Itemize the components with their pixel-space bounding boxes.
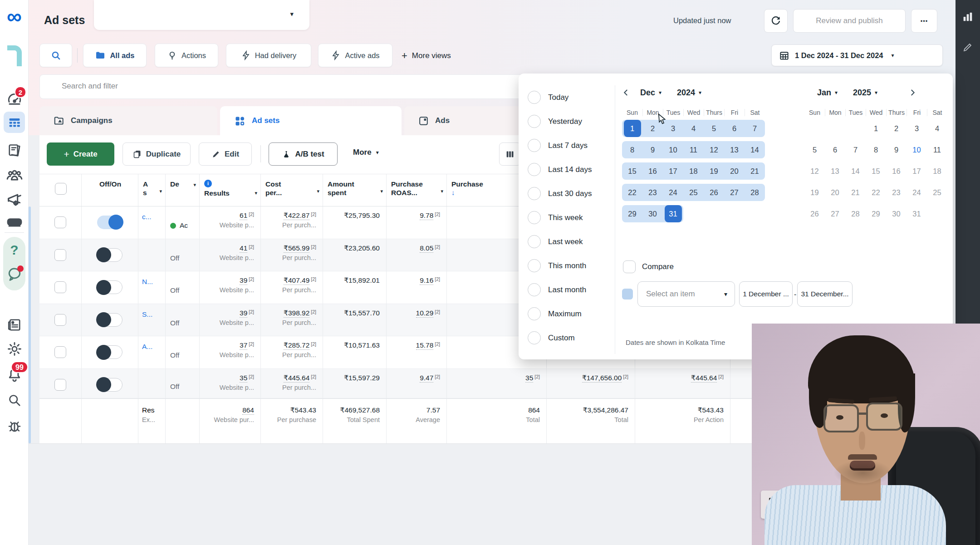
day-cell[interactable]: 11 — [927, 141, 947, 159]
day-cell[interactable]: 20 — [724, 162, 745, 180]
dec-month-select[interactable]: Dec — [640, 88, 655, 98]
compare-checkbox[interactable] — [623, 260, 636, 273]
scope-selector[interactable]: ▾ — [94, 0, 309, 30]
day-cell[interactable]: 16 — [886, 162, 906, 180]
day-cell[interactable]: 6 — [825, 141, 845, 159]
day-cell[interactable]: 31 — [906, 205, 927, 223]
row-toggle[interactable] — [97, 313, 122, 327]
meta-logo-icon[interactable]: ∞ — [0, 6, 29, 26]
row-checkbox[interactable] — [54, 314, 66, 326]
day-cell[interactable]: 15 — [866, 162, 886, 180]
settings-gear-icon[interactable] — [0, 340, 29, 358]
business-suite-icon[interactable] — [0, 45, 29, 66]
bug-report-icon[interactable] — [0, 417, 29, 434]
day-cell[interactable]: 28 — [745, 183, 765, 201]
preset-last-14-days[interactable]: Last 14 days — [519, 157, 615, 182]
row-checkbox[interactable] — [54, 249, 66, 261]
header-delivery[interactable]: De▾ — [166, 174, 200, 206]
day-cell[interactable]: 18 — [927, 162, 947, 180]
promotions-megaphone-icon[interactable] — [0, 191, 29, 209]
day-cell[interactable]: 17 — [906, 162, 927, 180]
toolbar-more-button[interactable]: More▾ — [353, 148, 379, 157]
sidebar-search-icon[interactable] — [0, 392, 29, 408]
prev-month-chevron[interactable] — [622, 88, 630, 97]
day-cell[interactable]: 8 — [622, 141, 642, 159]
preset-yesterday[interactable]: Yesterday — [519, 109, 615, 133]
row-toggle[interactable] — [97, 280, 122, 294]
row-toggle[interactable] — [97, 378, 122, 392]
search-filter-chip[interactable] — [39, 44, 72, 67]
actions-filter-chip[interactable]: Actions — [155, 44, 218, 67]
day-cell[interactable]: 1 — [866, 119, 886, 137]
day-cell[interactable]: 28 — [845, 205, 866, 223]
header-ad-set-name[interactable]: As▾ — [138, 174, 166, 206]
day-cell[interactable]: 29 — [866, 205, 886, 223]
select-all-checkbox[interactable] — [55, 183, 67, 195]
day-cell[interactable]: 9 — [642, 141, 663, 159]
day-cell[interactable]: 24 — [663, 183, 683, 201]
day-cell[interactable]: 26 — [704, 183, 724, 201]
header-cost-per[interactable]: Costper...▾ — [261, 174, 323, 206]
campaigns-table-icon[interactable] — [0, 115, 29, 131]
day-cell[interactable]: 6 — [724, 119, 745, 137]
day-cell[interactable]: 25 — [683, 183, 704, 201]
ad-set-name-link[interactable]: N... — [138, 271, 166, 304]
start-date-field[interactable]: 1 December ... — [739, 281, 793, 307]
day-cell[interactable]: 14 — [745, 141, 765, 159]
day-cell[interactable]: 25 — [927, 183, 947, 201]
day-cell[interactable]: 14 — [845, 162, 866, 180]
header-results[interactable]: i Results▾ — [200, 174, 261, 206]
day-cell[interactable]: 11 — [683, 141, 704, 159]
row-toggle[interactable] — [97, 248, 122, 262]
day-cell[interactable]: 10 — [906, 141, 927, 159]
day-cell[interactable]: 27 — [825, 205, 845, 223]
header-amount-spent[interactable]: Amountspent▾ — [323, 174, 387, 206]
day-cell[interactable]: 8 — [866, 141, 886, 159]
preset-today[interactable]: Today — [519, 85, 615, 109]
ad-set-name-link[interactable] — [138, 369, 166, 398]
day-cell[interactable]: 7 — [845, 141, 866, 159]
row-checkbox[interactable] — [54, 346, 66, 358]
row-toggle[interactable] — [97, 216, 122, 229]
day-cell[interactable]: 17 — [663, 162, 683, 180]
edit-button[interactable]: Edit — [199, 142, 252, 166]
day-cell[interactable]: 24 — [906, 183, 927, 201]
day-cell[interactable]: 30 — [886, 205, 906, 223]
day-cell[interactable]: 22 — [866, 183, 886, 201]
pencil-tool-icon[interactable] — [962, 42, 973, 53]
day-cell[interactable]: 1 — [624, 120, 641, 137]
refresh-button[interactable] — [764, 9, 788, 33]
day-cell[interactable]: 7 — [745, 119, 765, 137]
more-views-button[interactable]: + More views — [402, 49, 451, 63]
dec-year-select[interactable]: 2024 — [677, 88, 695, 98]
row-checkbox[interactable] — [54, 379, 66, 391]
day-cell[interactable]: 15 — [622, 162, 642, 180]
day-cell[interactable]: 19 — [804, 183, 825, 201]
table-scroll-indicator[interactable] — [29, 206, 31, 443]
day-cell[interactable]: 23 — [642, 183, 663, 201]
day-cell[interactable]: 4 — [927, 119, 947, 137]
row-checkbox[interactable] — [54, 216, 66, 228]
preset-maximum[interactable]: Maximum — [519, 302, 615, 326]
day-cell[interactable]: 20 — [825, 183, 845, 201]
create-button[interactable]: +Create — [47, 142, 114, 166]
day-cell[interactable]: 26 — [804, 205, 825, 223]
day-cell[interactable]: 4 — [683, 119, 704, 137]
row-checkbox[interactable] — [54, 281, 66, 293]
day-cell[interactable]: 31 — [665, 205, 682, 222]
preset-this-week[interactable]: This week — [519, 206, 615, 230]
messages-icon[interactable] — [0, 265, 29, 283]
ad-set-name-link[interactable]: c... — [138, 206, 166, 239]
ad-set-name-link[interactable]: S... — [138, 304, 166, 336]
date-range-button[interactable]: 1 Dec 2024 - 31 Dec 2024 ▾ — [771, 44, 943, 66]
day-cell[interactable]: 23 — [886, 183, 906, 201]
day-cell[interactable]: 2 — [886, 119, 906, 137]
next-month-chevron[interactable] — [908, 88, 916, 97]
day-cell[interactable]: 18 — [683, 162, 704, 180]
day-cell[interactable]: 3 — [906, 119, 927, 137]
jan-year-select[interactable]: 2025 — [853, 88, 871, 98]
news-icon[interactable] — [0, 317, 29, 333]
preset-last-week[interactable]: Last week — [519, 230, 615, 254]
day-cell[interactable]: 27 — [724, 183, 745, 201]
had-delivery-filter-chip[interactable]: Had delivery — [226, 44, 311, 67]
